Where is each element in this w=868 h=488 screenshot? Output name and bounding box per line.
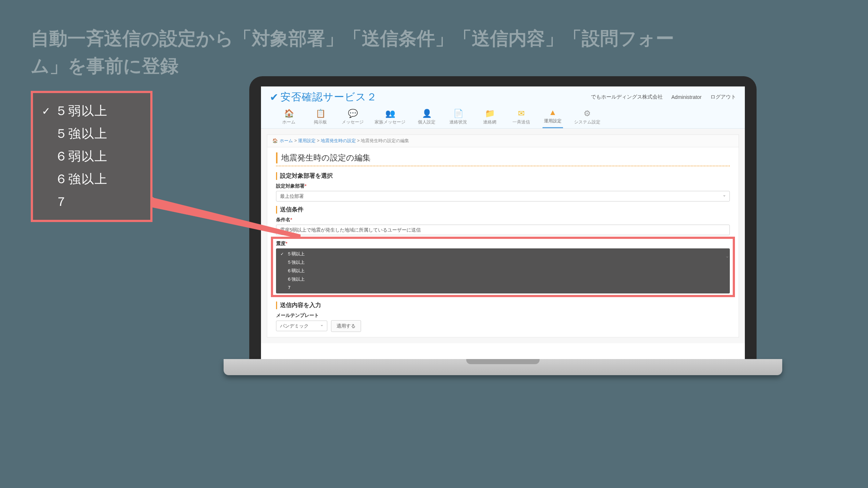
nav-item-4[interactable]: 👤個人設定 (416, 109, 437, 128)
department-label: 設定対象部署* (276, 183, 730, 189)
intensity-option-0[interactable]: ✓５弱以上 (276, 250, 730, 258)
nav-label: 連絡網 (483, 119, 496, 125)
app-header: ✔ 安否確認サービス２ でもホールディングス株式会社 Administrator… (261, 86, 745, 104)
breadcrumb-l2[interactable]: 地震発生時の設定 (321, 138, 356, 143)
callout-option-label: ５強以上 (55, 125, 108, 142)
nav-label: 一斉送信 (512, 119, 530, 125)
intensity-option-4[interactable]: ７ (276, 284, 730, 292)
department-select[interactable]: 最上位部署 (276, 191, 730, 202)
callout-option-label: ６弱以上 (55, 148, 108, 165)
intensity-callout: ✓５弱以上 ５強以上 ６弱以上 ６強以上 ７ (31, 91, 152, 222)
nav-item-2[interactable]: 💬メッセージ (342, 109, 364, 128)
breadcrumb-current: 地震発生時の設定の編集 (361, 138, 409, 143)
intensity-option-2[interactable]: ６弱以上 (276, 267, 730, 275)
nav-icon: ⚙ (584, 109, 591, 118)
nav-label: 連絡状況 (449, 119, 467, 125)
nav-item-0[interactable]: 🏠ホーム (279, 109, 299, 128)
nav-item-8[interactable]: ▲運用設定 (542, 108, 563, 128)
nav-label: 個人設定 (418, 119, 435, 125)
account-bar: でもホールディングス株式会社 Administrator ログアウト (591, 94, 736, 100)
template-select[interactable]: パンデミック (276, 321, 327, 331)
callout-option-2: ６弱以上 (42, 145, 141, 168)
section-department-heading: 設定対象部署を選択 (276, 172, 730, 180)
nav-icon: 👤 (422, 109, 432, 118)
nav-item-9[interactable]: ⚙システム設定 (574, 109, 600, 128)
nav-item-5[interactable]: 📄連絡状況 (448, 109, 468, 128)
nav-label: 掲示板 (314, 119, 327, 125)
nav-icon: 👥 (385, 109, 395, 118)
condition-name-label: 条件名* (276, 217, 730, 223)
nav-label: メッセージ (342, 119, 364, 125)
callout-option-4: ７ (42, 191, 141, 213)
nav-icon: 📁 (485, 109, 495, 118)
nav-label: 運用設定 (544, 118, 562, 124)
brand-text: 安否確認サービス２ (280, 90, 377, 104)
intensity-option-1[interactable]: ５強以上 (276, 258, 730, 267)
page-title: 地震発生時の設定の編集 (276, 152, 730, 163)
section-condition-heading: 送信条件 (276, 206, 730, 214)
app-screen: ✔ 安否確認サービス２ でもホールディングス株式会社 Administrator… (261, 86, 745, 359)
brand-leaf-icon: ✔ (270, 91, 278, 103)
logout-link[interactable]: ログアウト (710, 94, 736, 100)
nav-icon: ✉ (518, 109, 525, 118)
nav-icon: 📄 (453, 109, 463, 118)
nav-icon: 🏠 (284, 109, 294, 118)
check-icon: ✓ (280, 252, 285, 256)
condition-name-input[interactable] (276, 225, 730, 235)
divider (276, 166, 730, 166)
callout-option-label: ６強以上 (55, 171, 108, 188)
nav-item-3[interactable]: 👥家族メッセージ (375, 109, 405, 128)
callout-option-0: ✓５弱以上 (42, 100, 141, 122)
nav-icon: ▲ (549, 108, 557, 117)
home-icon: 🏠 (272, 138, 278, 143)
intensity-option-3[interactable]: ６強以上 (276, 275, 730, 284)
intensity-label: 震度* (276, 240, 730, 247)
breadcrumb-l1[interactable]: 運用設定 (298, 138, 316, 143)
laptop-notch (466, 359, 540, 364)
nav-icon: 📋 (316, 109, 326, 118)
callout-option-1: ５強以上 (42, 122, 141, 145)
brand[interactable]: ✔ 安否確認サービス２ (270, 90, 377, 104)
nav-label: ホーム (282, 119, 295, 125)
section-content-heading: 送信内容を入力 (276, 302, 730, 309)
laptop-mockup: ✔ 安否確認サービス２ でもホールディングス株式会社 Administrator… (249, 76, 757, 375)
callout-option-label: ７ (55, 193, 68, 210)
svg-marker-2 (153, 202, 301, 238)
nav-label: 家族メッセージ (375, 119, 405, 125)
callout-option-3: ６強以上 (42, 168, 141, 191)
callout-option-label: ５弱以上 (55, 103, 108, 119)
nav-icon: 💬 (348, 109, 358, 118)
nav-item-1[interactable]: 📋掲示板 (310, 109, 331, 128)
nav-item-6[interactable]: 📁連絡網 (479, 109, 500, 128)
company-name: でもホールディングス株式会社 (591, 94, 663, 100)
breadcrumb: 🏠 ホーム > 運用設定 > 地震発生時の設定 > 地震発生時の設定の編集 (267, 134, 739, 147)
breadcrumb-home[interactable]: ホーム (280, 138, 293, 143)
intensity-dropdown-open[interactable]: ✓５弱以上 ５強以上 ６弱以上 ６強以上 ７ (276, 248, 730, 293)
intensity-highlight: 震度* ✓５弱以上 ５強以上 ６弱以上 ６強以上 ７ (271, 237, 735, 297)
nav-label: システム設定 (574, 119, 600, 125)
laptop-base (224, 359, 782, 375)
nav-item-7[interactable]: ✉一斉送信 (511, 109, 532, 128)
user-link[interactable]: Administrator (672, 94, 702, 100)
main-nav: 🏠ホーム📋掲示板💬メッセージ👥家族メッセージ👤個人設定📄連絡状況📁連絡網✉一斉送… (261, 104, 745, 129)
apply-button[interactable]: 適用する (331, 320, 361, 332)
slide-title: 自動一斉送信の設定から「対象部署」「送信条件」「送信内容」「設問フォーム」を事前… (31, 25, 691, 80)
template-label: メールテンプレート (276, 312, 730, 319)
check-icon: ✓ (42, 105, 52, 117)
